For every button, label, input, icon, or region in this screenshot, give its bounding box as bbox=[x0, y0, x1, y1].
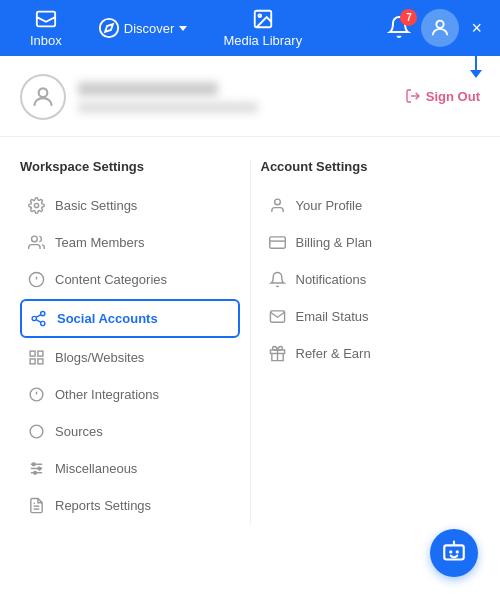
nav-media-library[interactable]: Media Library bbox=[205, 8, 320, 48]
image-icon bbox=[252, 8, 274, 30]
content-categories-label: Content Categories bbox=[55, 272, 167, 287]
svg-point-30 bbox=[38, 467, 41, 470]
document-icon bbox=[28, 497, 45, 514]
main-content: Workspace Settings Basic Settings Team M… bbox=[0, 137, 500, 525]
reports-settings-label: Reports Settings bbox=[55, 498, 151, 513]
workspace-settings-column: Workspace Settings Basic Settings Team M… bbox=[20, 159, 250, 525]
menu-item-miscellaneous[interactable]: Miscellaneous bbox=[20, 451, 240, 486]
svg-rect-19 bbox=[38, 351, 43, 356]
menu-item-billing-plan[interactable]: Billing & Plan bbox=[261, 225, 481, 260]
sign-out-label: Sign Out bbox=[426, 89, 480, 104]
chevron-down-icon bbox=[179, 26, 187, 31]
svg-point-14 bbox=[32, 316, 36, 320]
user-avatar-icon bbox=[30, 84, 56, 110]
svg-rect-18 bbox=[30, 351, 35, 356]
circle-icon bbox=[28, 386, 45, 403]
notifications-button[interactable]: 7 bbox=[381, 9, 417, 48]
svg-rect-21 bbox=[30, 359, 35, 364]
svg-point-25 bbox=[30, 425, 43, 438]
person-icon bbox=[269, 197, 286, 214]
svg-point-4 bbox=[258, 14, 261, 17]
account-settings-column: Account Settings Your Profile Billing & … bbox=[250, 159, 481, 525]
miscellaneous-label: Miscellaneous bbox=[55, 461, 137, 476]
workspace-settings-title: Workspace Settings bbox=[20, 159, 240, 174]
nav-discover-label: Discover bbox=[124, 21, 175, 36]
svg-point-13 bbox=[41, 311, 45, 315]
header-right: 7 × bbox=[381, 9, 488, 48]
avatar-button[interactable] bbox=[421, 9, 459, 47]
sign-out-icon bbox=[405, 88, 421, 104]
sources-label: Sources bbox=[55, 424, 103, 439]
menu-item-your-profile[interactable]: Your Profile bbox=[261, 188, 481, 223]
refer-earn-label: Refer & Earn bbox=[296, 346, 371, 361]
envelope-icon bbox=[269, 308, 286, 325]
blogs-websites-label: Blogs/Websites bbox=[55, 350, 144, 365]
chatbot-icon bbox=[441, 540, 467, 566]
inbox-icon bbox=[35, 8, 57, 30]
basic-settings-label: Basic Settings bbox=[55, 198, 137, 213]
user-email-blurred bbox=[78, 102, 258, 113]
svg-point-41 bbox=[456, 550, 459, 553]
team-members-label: Team Members bbox=[55, 235, 145, 250]
menu-item-blogs-websites[interactable]: Blogs/Websites bbox=[20, 340, 240, 375]
social-accounts-label: Social Accounts bbox=[57, 311, 158, 326]
menu-item-reports-settings[interactable]: Reports Settings bbox=[20, 488, 240, 523]
notifications-label: Notifications bbox=[296, 272, 367, 287]
menu-item-notifications[interactable]: Notifications bbox=[261, 262, 481, 297]
notification-badge: 7 bbox=[400, 9, 417, 26]
menu-item-content-categories[interactable]: Content Categories bbox=[20, 262, 240, 297]
main-header: Inbox Discover Media Library 7 bbox=[0, 0, 500, 56]
svg-point-5 bbox=[437, 21, 444, 28]
svg-point-9 bbox=[32, 236, 38, 242]
card-icon bbox=[269, 234, 286, 251]
account-settings-title: Account Settings bbox=[261, 159, 481, 174]
svg-point-31 bbox=[34, 471, 37, 474]
svg-rect-35 bbox=[269, 237, 285, 248]
svg-point-6 bbox=[39, 88, 48, 97]
gear-icon bbox=[28, 197, 45, 214]
nav-discover[interactable]: Discover bbox=[80, 17, 206, 39]
menu-item-team-members[interactable]: Team Members bbox=[20, 225, 240, 260]
gift-icon bbox=[269, 345, 286, 362]
svg-point-15 bbox=[41, 321, 45, 325]
avatar-icon bbox=[429, 17, 451, 39]
svg-line-17 bbox=[36, 315, 41, 318]
grid-icon bbox=[28, 349, 45, 366]
menu-item-basic-settings[interactable]: Basic Settings bbox=[20, 188, 240, 223]
svg-point-43 bbox=[453, 541, 455, 543]
your-profile-label: Your Profile bbox=[296, 198, 363, 213]
circle-outline-icon bbox=[28, 423, 45, 440]
menu-item-social-accounts[interactable]: Social Accounts bbox=[20, 299, 240, 338]
chatbot-button[interactable] bbox=[430, 529, 478, 577]
nav-inbox[interactable]: Inbox bbox=[12, 8, 80, 48]
bell-menu-icon bbox=[269, 271, 286, 288]
other-integrations-label: Other Integrations bbox=[55, 387, 159, 402]
svg-point-8 bbox=[34, 203, 38, 207]
close-button[interactable]: × bbox=[465, 14, 488, 43]
sign-out-button[interactable]: Sign Out bbox=[405, 88, 480, 104]
social-icon bbox=[30, 310, 47, 327]
menu-item-refer-earn[interactable]: Refer & Earn bbox=[261, 336, 481, 371]
svg-line-16 bbox=[36, 320, 41, 323]
nav-inbox-label: Inbox bbox=[30, 33, 62, 48]
menu-item-other-integrations[interactable]: Other Integrations bbox=[20, 377, 240, 412]
user-row: Sign Out bbox=[0, 56, 500, 137]
nav-media-library-label: Media Library bbox=[223, 33, 302, 48]
svg-rect-20 bbox=[38, 359, 43, 364]
svg-point-34 bbox=[274, 199, 280, 205]
category-icon bbox=[28, 271, 45, 288]
team-icon bbox=[28, 234, 45, 251]
compass-icon bbox=[98, 17, 120, 39]
svg-point-29 bbox=[32, 463, 35, 466]
svg-marker-2 bbox=[105, 24, 113, 32]
svg-point-40 bbox=[449, 550, 452, 553]
user-avatar bbox=[20, 74, 66, 120]
billing-plan-label: Billing & Plan bbox=[296, 235, 373, 250]
sliders-icon bbox=[28, 460, 45, 477]
email-status-label: Email Status bbox=[296, 309, 369, 324]
svg-point-1 bbox=[100, 19, 118, 37]
user-name-blurred bbox=[78, 82, 218, 96]
menu-item-sources[interactable]: Sources bbox=[20, 414, 240, 449]
menu-item-email-status[interactable]: Email Status bbox=[261, 299, 481, 334]
